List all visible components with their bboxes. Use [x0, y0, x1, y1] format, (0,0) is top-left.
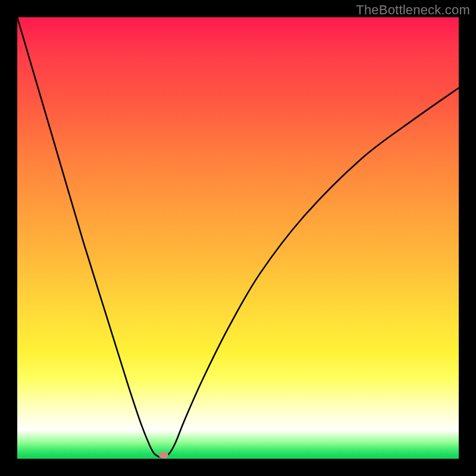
- bottleneck-curve: [17, 17, 459, 459]
- plot-area: [17, 17, 459, 459]
- min-marker: [159, 452, 168, 458]
- watermark-text: TheBottleneck.com: [356, 2, 470, 18]
- chart-frame: TheBottleneck.com: [0, 0, 476, 476]
